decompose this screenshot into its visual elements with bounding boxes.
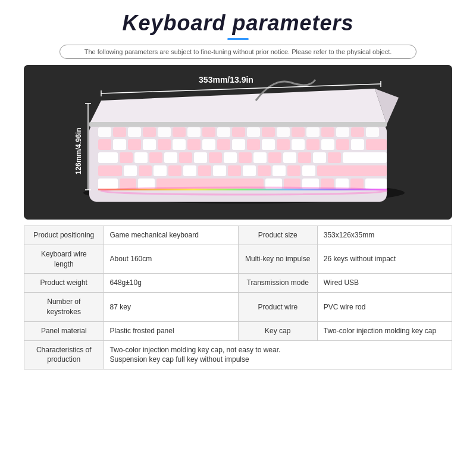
svg-rect-73 (287, 165, 300, 176)
svg-rect-14 (217, 127, 230, 137)
svg-rect-18 (277, 127, 290, 137)
svg-text:126mm/4.96in: 126mm/4.96in (74, 128, 83, 175)
svg-rect-76 (98, 178, 118, 189)
svg-rect-55 (268, 152, 281, 163)
table-row: Keyboard wire length About 160cm Multi-k… (24, 245, 452, 274)
svg-rect-67 (198, 165, 211, 176)
svg-rect-49 (179, 152, 192, 163)
svg-rect-28 (143, 139, 156, 150)
param-value-right: Wired USB (317, 274, 452, 293)
svg-rect-17 (262, 127, 275, 137)
svg-rect-12 (187, 127, 201, 137)
svg-rect-75 (317, 165, 387, 176)
svg-rect-53 (239, 152, 252, 163)
svg-rect-47 (149, 152, 162, 163)
svg-rect-10 (158, 127, 171, 137)
svg-text:353mm/13.9in: 353mm/13.9in (199, 75, 253, 84)
svg-rect-5 (89, 122, 387, 127)
param-label-left: Product weight (24, 274, 104, 293)
characteristics-value: Two-color injection molding key cap, not… (104, 340, 452, 369)
svg-rect-64 (154, 165, 167, 176)
svg-rect-35 (247, 139, 260, 150)
param-label-left: Panel material (24, 321, 104, 340)
table-row: Panel material Plastic frosted panel Key… (24, 321, 452, 340)
keyboard-image-container: 353mm/13.9in 126mm/4.96in (24, 65, 452, 220)
svg-rect-46 (134, 152, 148, 163)
svg-rect-70 (243, 165, 256, 176)
param-value-left: Game mechanical keyboard (104, 226, 238, 245)
svg-rect-33 (217, 139, 230, 150)
svg-rect-60 (343, 152, 387, 163)
svg-rect-66 (183, 165, 196, 176)
title-underline (227, 38, 249, 40)
page: Keyboard parameters The following parame… (0, 0, 476, 476)
svg-rect-8 (128, 127, 141, 137)
svg-rect-72 (273, 165, 286, 176)
param-label-right: Product size (238, 226, 317, 245)
param-label-right: Transmission mode (238, 274, 317, 293)
svg-rect-23 (351, 127, 364, 137)
svg-rect-7 (113, 127, 126, 137)
svg-rect-62 (124, 165, 137, 176)
svg-rect-36 (262, 139, 275, 150)
svg-rect-39 (306, 139, 320, 150)
characteristics-row: Characteristics of production Two-color … (24, 340, 452, 369)
svg-rect-58 (313, 152, 326, 163)
svg-rect-51 (209, 152, 222, 163)
svg-rect-86 (365, 178, 387, 189)
svg-rect-74 (302, 165, 315, 176)
table-row: Number of keystrokes 87 key Product wire… (24, 293, 452, 322)
svg-rect-27 (128, 139, 141, 150)
svg-rect-31 (187, 139, 201, 150)
param-value-left: About 160cm (104, 245, 238, 274)
svg-rect-40 (321, 139, 334, 150)
svg-rect-56 (283, 152, 296, 163)
svg-rect-57 (298, 152, 311, 163)
param-value-left: 648g±10g (104, 274, 238, 293)
svg-rect-42 (351, 139, 364, 150)
svg-rect-44 (98, 152, 118, 163)
svg-rect-37 (277, 139, 290, 150)
svg-rect-6 (98, 127, 111, 137)
svg-rect-41 (336, 139, 349, 150)
svg-rect-43 (366, 139, 387, 150)
svg-rect-85 (350, 178, 364, 189)
svg-rect-65 (168, 165, 181, 176)
svg-rect-77 (120, 178, 136, 189)
svg-rect-71 (258, 165, 271, 176)
svg-rect-29 (158, 139, 171, 150)
param-label-left: Number of keystrokes (24, 293, 104, 322)
svg-rect-59 (328, 152, 341, 163)
param-label-right: Key cap (238, 321, 317, 340)
svg-rect-45 (120, 152, 133, 163)
svg-rect-88 (98, 189, 387, 190)
svg-rect-30 (173, 139, 186, 150)
keyboard-illustration: 353mm/13.9in 126mm/4.96in (24, 65, 452, 220)
svg-rect-50 (194, 152, 207, 163)
svg-rect-38 (292, 139, 305, 150)
svg-rect-26 (113, 139, 126, 150)
disclaimer-box: The following parameters are subject to … (60, 45, 416, 59)
param-value-right: 353x126x35mm (317, 226, 452, 245)
page-title: Keyboard parameters (122, 11, 353, 36)
param-label-right: Multi-key no impulse (238, 245, 317, 274)
disclaimer-text: The following parameters are subject to … (84, 48, 392, 55)
param-value-left: 87 key (104, 293, 238, 322)
param-label-left: Product positioning (24, 226, 104, 245)
svg-rect-21 (321, 127, 334, 137)
table-row: Product positioning Game mechanical keyb… (24, 226, 452, 245)
svg-rect-48 (164, 152, 177, 163)
param-value-right: Two-color injection molding key cap (317, 321, 452, 340)
svg-rect-15 (232, 127, 245, 137)
characteristics-label: Characteristics of production (24, 340, 104, 369)
svg-rect-9 (143, 127, 156, 137)
svg-rect-54 (253, 152, 267, 163)
table-row: Product weight 648g±10g Transmission mod… (24, 274, 452, 293)
svg-rect-22 (336, 127, 349, 137)
svg-rect-63 (139, 165, 152, 176)
param-value-right: PVC wire rod (317, 293, 452, 322)
svg-rect-11 (173, 127, 186, 137)
param-label-left: Keyboard wire length (24, 245, 104, 274)
parameters-table: Product positioning Game mechanical keyb… (24, 226, 452, 369)
svg-rect-69 (228, 165, 241, 176)
